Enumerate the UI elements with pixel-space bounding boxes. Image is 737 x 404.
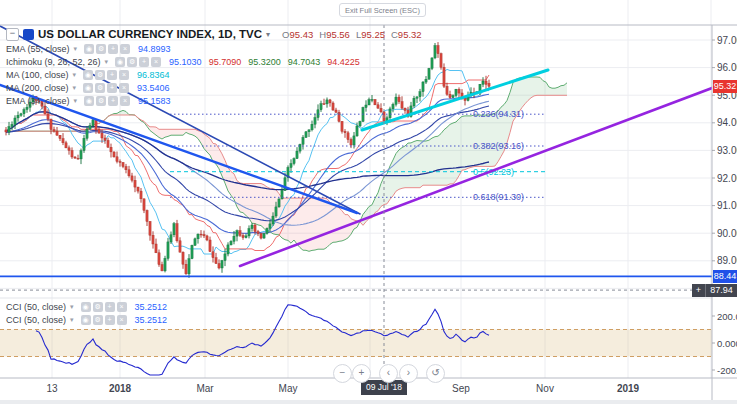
- indicator-buttons: ◉⚙+×: [83, 70, 129, 80]
- chevron-down-icon[interactable]: ▾: [70, 316, 74, 324]
- indicator-legend-rows: EMA (55, close)▾◉⚙+×94.8993Ichimoku (9, …: [6, 42, 422, 107]
- indicator-values: 35.2512: [135, 315, 168, 325]
- chevron-down-icon[interactable]: ▾: [105, 58, 109, 66]
- indicator-value: 95.1030: [169, 57, 202, 67]
- main-legend: − US DOLLAR CURRENCY INDEX, 1D, TVC ▾ O9…: [6, 26, 422, 107]
- settings-icon[interactable]: ⚙: [127, 57, 137, 67]
- exit-fullscreen-button[interactable]: Exit Full Screen (ESC): [339, 3, 426, 17]
- indicator-value: 94.4225: [327, 57, 360, 67]
- indicator-value: 35.2512: [135, 315, 168, 325]
- fib-level-label: 0.236(94.31): [473, 109, 524, 119]
- indicator-row-2: MA (100, close)▾◉⚙+×96.8364: [6, 68, 422, 81]
- indicator-values: 94.8993: [138, 44, 171, 54]
- indicator-value: 94.8993: [138, 44, 171, 54]
- cci-row-1: CCI (50, close)▾◉⚙+×35.2512: [6, 313, 167, 326]
- settings-icon[interactable]: ⚙: [93, 315, 103, 325]
- chevron-down-icon[interactable]: ▾: [73, 71, 77, 79]
- tradingview-chart-window: 0.236(94.31)0.382(93.16)0.5(92.23)0.618(…: [0, 0, 737, 404]
- ohlc-pair: C95.32: [391, 29, 422, 40]
- chevron-down-icon[interactable]: ▾: [70, 303, 74, 311]
- scroll-left-button[interactable]: ‹: [379, 364, 398, 383]
- indicator-name[interactable]: EMA (55, close): [6, 44, 70, 54]
- indicator-values: 93.5406: [137, 83, 170, 93]
- indicator-row-3: MA (200, close)▾◉⚙+×93.5406: [6, 81, 422, 94]
- indicator-name[interactable]: CCI (50, close): [6, 315, 66, 325]
- chevron-down-icon[interactable]: ▾: [74, 97, 78, 105]
- indicator-values: 95.1583: [138, 96, 171, 106]
- ohlc-pair: H95.56: [319, 29, 350, 40]
- chevron-down-icon[interactable]: ▾: [73, 84, 77, 92]
- visibility-toggle-icon[interactable]: ◉: [81, 302, 91, 312]
- chevron-down-icon[interactable]: ▾: [74, 45, 78, 53]
- scroll-right-button[interactable]: ›: [399, 364, 418, 383]
- indicator-row-4: EMA (34, close)▾◉⚙+×95.1583: [6, 94, 422, 107]
- indicator-buttons: ◉⚙+×: [84, 96, 130, 106]
- visibility-toggle-icon[interactable]: ◉: [81, 315, 91, 325]
- indicator-value: 95.7090: [209, 57, 242, 67]
- indicator-values: 95.103095.709095.320094.704394.4225: [169, 57, 360, 67]
- indicator-name[interactable]: EMA (34, close): [6, 96, 70, 106]
- visibility-toggle-icon[interactable]: ◉: [84, 96, 94, 106]
- ohlc-values: O95.43H95.56L95.25C95.32: [282, 29, 422, 40]
- visibility-toggle-icon[interactable]: ◉: [84, 44, 94, 54]
- indicator-value: 96.8364: [137, 70, 170, 80]
- collapse-legend-icon[interactable]: −: [6, 28, 19, 41]
- indicator-value: 35.2512: [135, 302, 168, 312]
- indicator-name[interactable]: CCI (50, close): [6, 302, 66, 312]
- add-icon[interactable]: +: [107, 70, 117, 80]
- add-icon[interactable]: +: [139, 57, 149, 67]
- indicator-value: 95.1583: [138, 96, 171, 106]
- cci-legend: CCI (50, close)▾◉⚙+×35.2512CCI (50, clos…: [6, 300, 167, 326]
- indicator-buttons: ◉⚙+×: [81, 315, 127, 325]
- settings-icon[interactable]: ⚙: [96, 44, 106, 54]
- indicator-value: 93.5406: [137, 83, 170, 93]
- remove-icon[interactable]: ×: [151, 57, 161, 67]
- add-icon[interactable]: +: [105, 315, 115, 325]
- symbol-title-row: − US DOLLAR CURRENCY INDEX, 1D, TVC ▾ O9…: [6, 26, 422, 42]
- zoom-in-button[interactable]: +: [352, 364, 371, 383]
- visibility-toggle-icon[interactable]: ◉: [83, 70, 93, 80]
- indicator-name[interactable]: Ichimoku (9, 26, 52, 26): [6, 57, 101, 67]
- crosshair-plus-icon: +: [692, 284, 706, 297]
- remove-icon[interactable]: ×: [120, 96, 130, 106]
- crosshair-price-label: + 87.94: [692, 284, 737, 297]
- indicator-row-0: EMA (55, close)▾◉⚙+×94.8993: [6, 42, 422, 55]
- add-icon[interactable]: +: [107, 83, 117, 93]
- indicator-row-1: Ichimoku (9, 26, 52, 26)▾◉⚙+×95.103095.7…: [6, 55, 422, 68]
- symbol-logo-icon: [23, 29, 34, 40]
- ohlc-pair: O95.43: [282, 29, 313, 40]
- cci-row-0: CCI (50, close)▾◉⚙+×35.2512: [6, 300, 167, 313]
- visibility-toggle-icon[interactable]: ◉: [83, 83, 93, 93]
- indicator-values: 96.8364: [137, 70, 170, 80]
- settings-icon[interactable]: ⚙: [93, 302, 103, 312]
- visibility-toggle-icon[interactable]: ◉: [115, 57, 125, 67]
- ohlc-pair: L95.25: [356, 29, 385, 40]
- remove-icon[interactable]: ×: [117, 315, 127, 325]
- remove-icon[interactable]: ×: [119, 83, 129, 93]
- indicator-value: 95.3200: [248, 57, 281, 67]
- add-icon[interactable]: +: [108, 96, 118, 106]
- fib-level-label: 0.618(91.30): [473, 192, 524, 202]
- zoom-out-button[interactable]: −: [333, 364, 352, 383]
- last-price-label: 95.32: [713, 80, 737, 93]
- remove-icon[interactable]: ×: [119, 70, 129, 80]
- settings-icon[interactable]: ⚙: [95, 70, 105, 80]
- indicator-buttons: ◉⚙+×: [84, 44, 130, 54]
- reset-chart-button[interactable]: ↺: [426, 364, 445, 383]
- add-icon[interactable]: +: [108, 44, 118, 54]
- indicator-buttons: ◉⚙+×: [81, 302, 127, 312]
- indicator-name[interactable]: MA (200, close): [6, 83, 69, 93]
- remove-icon[interactable]: ×: [120, 44, 130, 54]
- add-icon[interactable]: +: [105, 302, 115, 312]
- remove-icon[interactable]: ×: [117, 302, 127, 312]
- indicator-buttons: ◉⚙+×: [115, 57, 161, 67]
- indicator-buttons: ◉⚙+×: [83, 83, 129, 93]
- settings-icon[interactable]: ⚙: [96, 96, 106, 106]
- support-line-price-label: 88.44: [713, 270, 737, 283]
- indicator-name[interactable]: MA (100, close): [6, 70, 69, 80]
- chevron-down-icon[interactable]: ▾: [266, 30, 270, 39]
- symbol-title[interactable]: US DOLLAR CURRENCY INDEX, 1D, TVC: [38, 28, 262, 40]
- price-scale[interactable]: [712, 25, 737, 378]
- settings-icon[interactable]: ⚙: [95, 83, 105, 93]
- fib-level-label: 0.382(93.16): [473, 141, 524, 151]
